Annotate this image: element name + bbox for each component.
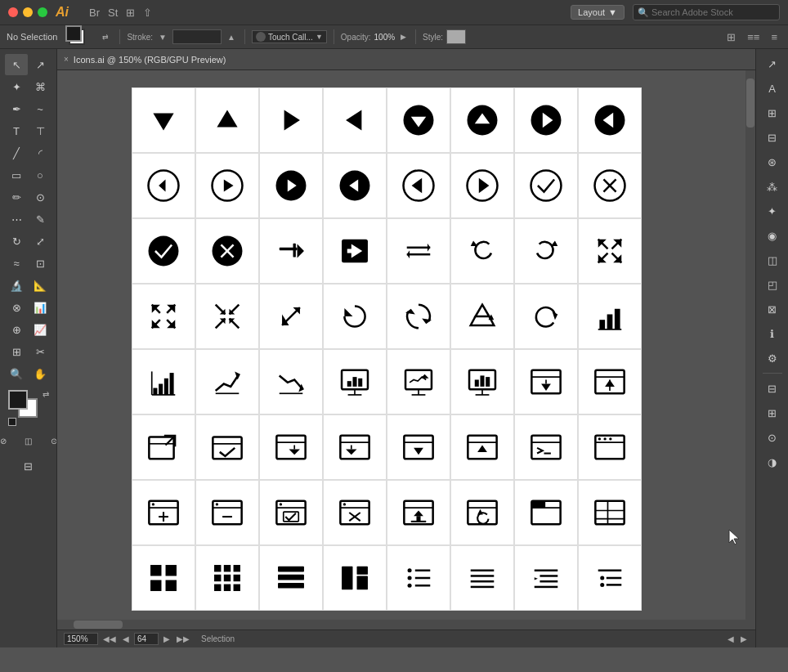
fill-stroke-toggle[interactable]: ⇄: [98, 29, 113, 44]
icon-rotate[interactable]: [323, 284, 387, 349]
rect-tool[interactable]: ▭: [5, 164, 28, 186]
reshape-tool[interactable]: ≈: [5, 253, 28, 274]
icon-filled-x[interactable]: [195, 218, 259, 284]
grid-btn[interactable]: ⊞: [122, 5, 139, 20]
icon-circle-outline-play[interactable]: [195, 153, 259, 218]
icon-small-bar-chart[interactable]: [132, 349, 195, 414]
icon-dropdown-up[interactable]: [450, 414, 514, 480]
icon-window-plus[interactable]: [132, 480, 195, 545]
free-transform-tool[interactable]: ⊡: [29, 253, 51, 274]
symbols-btn[interactable]: ⁂: [760, 175, 785, 198]
nav-prev-btn[interactable]: ◀: [121, 634, 131, 643]
icon-tab[interactable]: [514, 480, 578, 545]
icon-candlestick[interactable]: [387, 349, 450, 414]
library-btn[interactable]: A: [760, 77, 785, 100]
icon-window-undo[interactable]: [450, 480, 514, 545]
curvature-tool[interactable]: ~: [29, 98, 51, 119]
cc-library-btn[interactable]: ⊞: [760, 101, 785, 124]
settings-btn[interactable]: ⚙: [760, 347, 785, 370]
artboards-btn[interactable]: ⊞: [760, 401, 785, 424]
vertical-scrollbar[interactable]: [745, 70, 755, 629]
icon-chart-presentation[interactable]: [323, 349, 387, 414]
icon-arrow-left-filled[interactable]: [323, 87, 387, 153]
typekit-btn[interactable]: St: [104, 5, 122, 20]
select-tool[interactable]: ↖: [5, 54, 28, 75]
icon-table[interactable]: [578, 480, 642, 545]
fill-stroke-widget[interactable]: [65, 25, 93, 48]
opacity-expand[interactable]: ▶: [398, 32, 409, 42]
blob-brush-tool[interactable]: ⊙: [29, 186, 51, 208]
artboard-number-input[interactable]: [134, 633, 159, 645]
icon-expand[interactable]: [132, 284, 195, 349]
icon-circle-arrow-right[interactable]: [514, 87, 578, 153]
status-nav-left[interactable]: ◀: [726, 634, 736, 643]
vertical-scroll-thumb[interactable]: [746, 78, 754, 128]
icon-recycle[interactable]: [450, 284, 514, 349]
icon-collapse[interactable]: [578, 218, 642, 284]
scale-tool[interactable]: ⤢: [29, 231, 51, 252]
align-btn[interactable]: ≡≡: [743, 29, 763, 45]
icon-circle-arrow-up[interactable]: [450, 87, 514, 153]
swatches-btn[interactable]: ⊙: [760, 426, 785, 449]
zoom-input[interactable]: 150%: [64, 633, 98, 645]
icon-share[interactable]: [387, 480, 450, 545]
nav-last-btn[interactable]: ▶▶: [175, 634, 191, 643]
icon-circle-outline-left[interactable]: [132, 153, 195, 218]
arrange-btn[interactable]: ⊞: [723, 29, 740, 45]
stroke-panel-btn[interactable]: ⊠: [760, 298, 785, 320]
blend-tool[interactable]: ⊗: [5, 297, 28, 318]
icon-trend-down[interactable]: [259, 349, 323, 414]
icon-window-check[interactable]: [195, 414, 259, 480]
reset-colors-icon[interactable]: [8, 418, 16, 426]
minimize-button[interactable]: [23, 7, 33, 17]
nav-next-btn[interactable]: ▶: [162, 634, 172, 643]
measure-tool[interactable]: 📐: [29, 275, 51, 296]
symbol-sprayer-tool[interactable]: ⊕: [5, 319, 28, 340]
lasso-tool[interactable]: ⌘: [29, 76, 51, 97]
icon-window-download[interactable]: [514, 349, 578, 414]
icon-circle-arrow-left[interactable]: [578, 87, 642, 153]
icon-window-close[interactable]: [323, 480, 387, 545]
icon-circle-right-3[interactable]: [450, 153, 514, 218]
artboard-tool[interactable]: ⊞: [5, 341, 28, 362]
status-nav-right[interactable]: ▶: [739, 634, 749, 643]
search-stock-input[interactable]: [633, 4, 780, 20]
layout-button[interactable]: Layout ▼: [571, 5, 625, 20]
icon-arrow-down-filled[interactable]: [132, 87, 195, 153]
zoom-tool[interactable]: 🔍: [5, 363, 28, 384]
rotate-tool[interactable]: ↻: [5, 231, 28, 252]
links-btn[interactable]: ⊛: [760, 150, 785, 173]
shaper-tool[interactable]: ⋯: [5, 208, 28, 230]
canvas-scroll[interactable]: [57, 70, 755, 629]
icon-circular-arrows[interactable]: [387, 284, 450, 349]
fg-color-swatch[interactable]: [8, 390, 28, 410]
bar-graph-tool[interactable]: 📊: [29, 297, 51, 318]
icon-forward-square[interactable]: [323, 218, 387, 284]
gradient-btn2[interactable]: ◫: [760, 249, 785, 271]
icon-4grid[interactable]: [132, 545, 195, 611]
color-guide-panel-btn[interactable]: ◑: [760, 450, 785, 473]
icon-bullet-list[interactable]: [387, 545, 450, 611]
icon-filled-check[interactable]: [132, 218, 195, 284]
hand-tool[interactable]: ✋: [29, 363, 51, 384]
icon-sync[interactable]: [514, 284, 578, 349]
horizontal-scroll-thumb[interactable]: [74, 620, 123, 629]
touch-call-dropdown[interactable]: Touch Call... ▼: [252, 30, 327, 43]
appearance-btn[interactable]: ◉: [760, 224, 785, 247]
icon-indent-list[interactable]: [514, 545, 578, 611]
icon-shrink[interactable]: [195, 284, 259, 349]
stroke-preview[interactable]: [172, 29, 222, 44]
style-swatch[interactable]: [446, 29, 466, 44]
nav-first-btn[interactable]: ◀◀: [101, 634, 118, 643]
icon-window-checkbox[interactable]: [259, 480, 323, 545]
icon-lines-list[interactable]: [450, 545, 514, 611]
tab-close-btn[interactable]: ×: [64, 55, 69, 64]
icon-reply[interactable]: [259, 218, 323, 284]
icon-arrow-up-filled[interactable]: [195, 87, 259, 153]
screen-mode-btn[interactable]: ⊟: [17, 455, 40, 477]
icon-circle-left-3[interactable]: [387, 153, 450, 218]
direct-select-tool[interactable]: ↗: [29, 54, 51, 75]
type-tool[interactable]: T: [5, 120, 28, 141]
icon-circle-arrow-left-2[interactable]: [323, 153, 387, 218]
icon-window-external[interactable]: [132, 414, 195, 480]
